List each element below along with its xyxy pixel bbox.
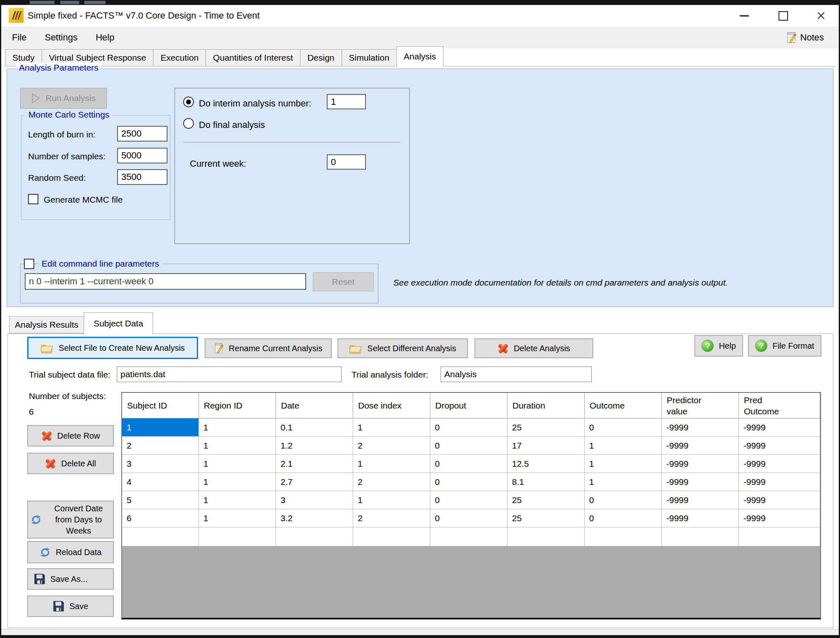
menu-help[interactable]: Help — [88, 29, 122, 46]
table-cell-selected[interactable]: 1 — [122, 418, 199, 437]
table-cell[interactable]: 1 — [199, 437, 276, 455]
table-cell[interactable]: -9999 — [662, 509, 739, 527]
table-cell[interactable]: 0 — [585, 418, 662, 437]
help-button[interactable]: ? Help — [694, 335, 743, 357]
table-cell-empty[interactable] — [739, 527, 820, 546]
menu-file[interactable]: File — [5, 29, 34, 46]
tab-analysis-results[interactable]: Analysis Results — [9, 316, 84, 333]
table-cell[interactable]: 1.2 — [276, 437, 353, 455]
current-week-input[interactable] — [327, 154, 366, 170]
reset-button[interactable]: Reset — [313, 272, 374, 291]
table-cell[interactable]: 1 — [585, 473, 662, 491]
table-cell[interactable]: 6 — [122, 509, 199, 527]
interim-number-input[interactable] — [327, 94, 366, 109]
tab-design[interactable]: Design — [300, 49, 342, 66]
generate-mcmc-checkbox[interactable] — [28, 194, 38, 204]
header-predictor-value[interactable]: Predictor value — [662, 393, 739, 418]
table-cell[interactable]: 2 — [353, 509, 430, 527]
random-seed-input[interactable] — [117, 169, 168, 185]
tab-simulation[interactable]: Simulation — [342, 49, 397, 66]
delete-analysis-button[interactable]: Delete Analysis — [474, 338, 593, 358]
table-cell[interactable]: -9999 — [739, 509, 820, 527]
reload-data-button[interactable]: Reload Data — [27, 541, 114, 563]
maximize-button[interactable] — [771, 6, 795, 25]
delete-row-button[interactable]: Delete Row — [27, 425, 114, 447]
table-cell[interactable]: -9999 — [662, 418, 739, 437]
table-cell-empty[interactable] — [662, 527, 739, 546]
notes-button[interactable]: Notes — [786, 26, 824, 49]
minimize-button[interactable] — [732, 6, 756, 25]
header-region-id[interactable]: Region ID — [199, 393, 276, 418]
interim-analysis-radio[interactable] — [183, 97, 194, 107]
table-cell[interactable]: 3 — [276, 491, 353, 509]
table-cell[interactable]: 0 — [430, 437, 507, 455]
table-cell-empty[interactable] — [199, 527, 276, 546]
table-cell[interactable]: -9999 — [739, 418, 820, 437]
table-cell[interactable]: 4 — [122, 473, 199, 491]
samples-input[interactable] — [117, 148, 168, 163]
select-file-new-analysis-button[interactable]: Select File to Create New Analysis — [27, 337, 198, 359]
file-format-button[interactable]: ? File Format — [748, 335, 821, 357]
table-cell[interactable]: 3.2 — [276, 509, 353, 527]
rename-analysis-button[interactable]: Rename Current Analysis — [205, 338, 332, 358]
burn-in-input[interactable] — [117, 126, 168, 142]
tab-analysis[interactable]: Analysis — [396, 46, 444, 66]
table-cell[interactable]: 0 — [430, 418, 507, 437]
header-pred-outcome[interactable]: Pred Outcome — [739, 393, 820, 418]
table-cell[interactable]: 5 — [122, 491, 199, 509]
run-analysis-button[interactable]: Run Analysis — [20, 88, 107, 109]
table-cell[interactable]: 1 — [353, 491, 430, 509]
table-cell-empty[interactable] — [585, 527, 662, 546]
analysis-folder-input[interactable] — [441, 366, 592, 382]
header-duration[interactable]: Duration — [507, 393, 585, 418]
final-analysis-radio[interactable] — [183, 118, 194, 129]
save-as-button[interactable]: Save As... — [27, 568, 114, 590]
data-file-input[interactable] — [117, 366, 342, 382]
table-cell[interactable]: -9999 — [739, 455, 820, 473]
table-cell[interactable]: -9999 — [662, 491, 739, 509]
header-subject-id[interactable]: Subject ID — [122, 393, 199, 418]
table-cell[interactable]: 0 — [430, 473, 507, 491]
table-cell[interactable]: -9999 — [662, 455, 739, 473]
table-cell[interactable]: 25 — [507, 491, 585, 509]
tab-quantities-of-interest[interactable]: Quantities of Interest — [205, 49, 300, 66]
delete-all-button[interactable]: Delete All — [27, 453, 114, 474]
header-dose-index[interactable]: Dose index — [353, 393, 430, 418]
table-cell[interactable]: 0 — [430, 491, 507, 509]
table-cell[interactable]: 1 — [199, 473, 276, 491]
table-cell[interactable]: 1 — [585, 455, 662, 473]
table-cell[interactable]: 2 — [353, 473, 430, 491]
table-cell[interactable]: 2.7 — [276, 473, 353, 491]
table-cell[interactable]: 3 — [122, 455, 199, 473]
table-cell[interactable]: 25 — [507, 418, 585, 437]
tab-execution[interactable]: Execution — [153, 49, 206, 66]
table-cell[interactable]: 1 — [199, 418, 276, 437]
table-cell[interactable]: 1 — [353, 418, 430, 437]
header-dropout[interactable]: Dropout — [430, 393, 507, 418]
header-outcome[interactable]: Outcome — [585, 393, 662, 418]
table-cell[interactable]: 12.5 — [507, 455, 585, 473]
menu-settings[interactable]: Settings — [37, 29, 85, 46]
table-cell[interactable]: 1 — [199, 455, 276, 473]
table-cell[interactable]: 1 — [585, 437, 662, 455]
table-cell[interactable]: 0 — [585, 509, 662, 527]
table-cell[interactable]: 0 — [585, 491, 662, 509]
table-cell[interactable]: -9999 — [739, 491, 820, 509]
table-cell-empty[interactable] — [276, 527, 353, 546]
table-cell[interactable]: 1 — [199, 491, 276, 509]
table-cell[interactable]: 0 — [430, 509, 507, 527]
tab-subject-data[interactable]: Subject Data — [84, 312, 153, 334]
save-button[interactable]: Save — [27, 595, 114, 617]
convert-date-button[interactable]: Convert Date from Days to Weeks — [27, 501, 114, 539]
table-cell-empty[interactable] — [122, 527, 199, 546]
table-cell[interactable]: 1 — [353, 455, 430, 473]
table-cell[interactable]: 2 — [122, 437, 199, 455]
header-date[interactable]: Date — [276, 393, 353, 418]
table-cell-empty[interactable] — [507, 527, 585, 546]
table-cell[interactable]: -9999 — [739, 473, 820, 491]
table-cell[interactable]: 8.1 — [507, 473, 585, 491]
table-cell[interactable]: -9999 — [739, 437, 820, 455]
table-cell[interactable]: 1 — [199, 509, 276, 527]
cmd-params-input[interactable] — [25, 273, 306, 290]
edit-cmd-checkbox[interactable] — [24, 259, 34, 269]
